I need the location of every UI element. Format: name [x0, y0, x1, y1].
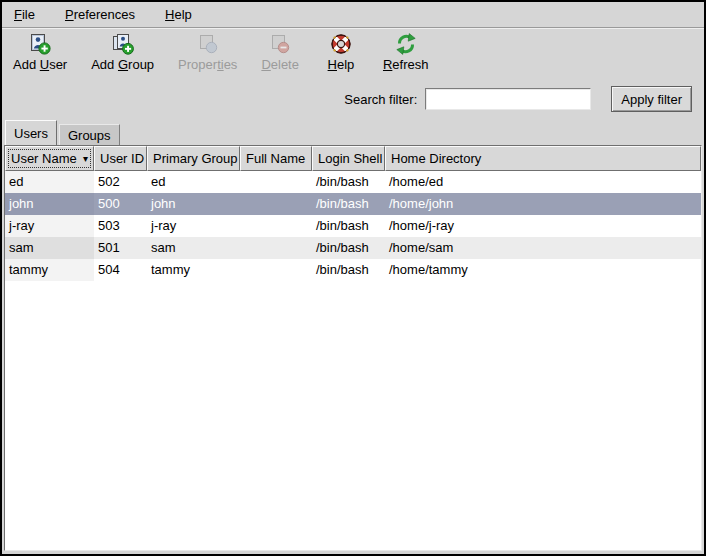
delete-icon	[268, 32, 292, 56]
apply-filter-button[interactable]: Apply filter	[611, 86, 692, 112]
column-header-user-name[interactable]: User Name ▾	[5, 146, 94, 171]
tab-users[interactable]: Users	[5, 120, 57, 145]
help-icon	[329, 32, 353, 56]
tab-bar: Users Groups	[2, 120, 704, 145]
add-user-icon	[28, 32, 52, 56]
table-body: ed 502 ed /bin/bash /home/ed john 500 jo…	[5, 171, 701, 550]
properties-icon	[196, 32, 220, 56]
search-filter-row: Search filter: Apply filter	[2, 86, 704, 112]
refresh-label: Refresh	[383, 57, 429, 72]
menu-file[interactable]: File	[12, 5, 37, 24]
table-row[interactable]: tammy 504 tammy /bin/bash /home/tammy	[5, 259, 701, 281]
column-header-full-name[interactable]: Full Name	[240, 146, 312, 171]
users-table: User Name ▾ User ID Primary Group Full N…	[4, 145, 702, 551]
help-label: Help	[328, 57, 355, 72]
help-button[interactable]: Help	[318, 31, 364, 73]
table-header-row: User Name ▾ User ID Primary Group Full N…	[5, 146, 701, 171]
column-header-home-directory[interactable]: Home Directory	[385, 146, 701, 171]
add-group-button[interactable]: Add Group	[86, 31, 159, 73]
toolbar: Add User Add Group Properties Delete	[2, 28, 704, 80]
column-header-login-shell[interactable]: Login Shell	[312, 146, 385, 171]
menu-help[interactable]: Help	[163, 5, 194, 24]
search-filter-input[interactable]	[425, 88, 591, 110]
refresh-icon	[394, 32, 418, 56]
refresh-button[interactable]: Refresh	[378, 31, 434, 73]
add-user-button[interactable]: Add User	[8, 31, 72, 73]
add-group-icon	[111, 32, 135, 56]
column-header-user-id[interactable]: User ID	[94, 146, 147, 171]
add-user-label: Add User	[13, 57, 67, 72]
menu-preferences[interactable]: Preferences	[63, 5, 137, 24]
table-row-selected[interactable]: john 500 john /bin/bash /home/john	[5, 193, 701, 215]
properties-label: Properties	[178, 57, 237, 72]
menu-bar: File Preferences Help	[2, 2, 704, 28]
search-filter-label: Search filter:	[344, 92, 417, 107]
delete-button: Delete	[256, 31, 304, 73]
table-row[interactable]: ed 502 ed /bin/bash /home/ed	[5, 171, 701, 193]
sort-indicator-icon: ▾	[77, 153, 88, 164]
add-group-label: Add Group	[91, 57, 154, 72]
table-row[interactable]: j-ray 503 j-ray /bin/bash /home/j-ray	[5, 215, 701, 237]
tab-groups[interactable]: Groups	[59, 124, 120, 145]
table-row[interactable]: sam 501 sam /bin/bash /home/sam	[5, 237, 701, 259]
delete-label: Delete	[261, 57, 299, 72]
properties-button: Properties	[173, 31, 242, 73]
column-header-primary-group[interactable]: Primary Group	[147, 146, 240, 171]
